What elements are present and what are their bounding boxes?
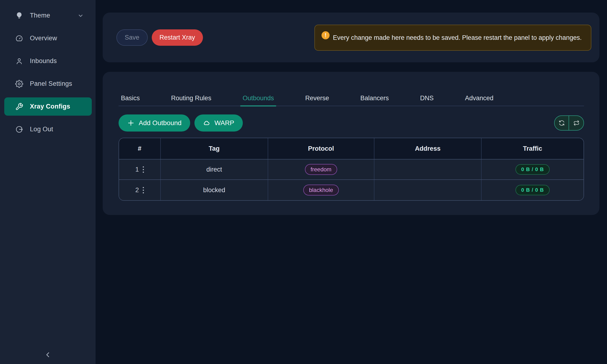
row-menu-icon[interactable] bbox=[143, 166, 144, 173]
repeat-icon bbox=[573, 120, 580, 126]
plus-icon bbox=[127, 119, 135, 127]
app-root: Theme Overview Inbounds bbox=[0, 0, 607, 364]
sidebar-item-inbounds[interactable]: Inbounds bbox=[4, 52, 92, 70]
table-tools bbox=[554, 116, 584, 130]
auto-reload-button[interactable] bbox=[569, 116, 583, 130]
warp-button[interactable]: WARP bbox=[194, 115, 243, 131]
warning-alert: ! Every change made here needs to be sav… bbox=[314, 25, 591, 51]
sidebar-item-theme[interactable]: Theme bbox=[4, 6, 92, 25]
sidebar-item-log-out[interactable]: Log Out bbox=[4, 120, 92, 138]
warp-label: WARP bbox=[215, 119, 234, 127]
chevron-left-icon bbox=[44, 351, 52, 359]
gauge-icon bbox=[15, 34, 24, 43]
refresh-icon bbox=[558, 120, 565, 126]
add-outbound-button[interactable]: Add Outbound bbox=[119, 115, 190, 131]
cloud-icon bbox=[203, 119, 211, 127]
logout-icon bbox=[15, 125, 24, 134]
refresh-button[interactable] bbox=[554, 116, 569, 130]
bulb-icon bbox=[15, 11, 24, 20]
column-header-number: # bbox=[119, 138, 161, 159]
table-row: 1 direct freedom 0 B / 0 B bbox=[119, 159, 583, 180]
sidebar-item-label: Inbounds bbox=[30, 57, 57, 65]
tab-advanced[interactable]: Advanced bbox=[462, 94, 496, 106]
protocol-cell: freedom bbox=[268, 159, 374, 179]
column-header-traffic: Traffic bbox=[482, 138, 583, 159]
table-header-row: # Tag Protocol Address Traffic bbox=[119, 138, 583, 159]
tab-balancers[interactable]: Balancers bbox=[358, 94, 391, 106]
protocol-badge: freedom bbox=[305, 164, 337, 175]
add-outbound-label: Add Outbound bbox=[139, 119, 182, 127]
column-header-tag: Tag bbox=[161, 138, 268, 159]
tab-reverse[interactable]: Reverse bbox=[303, 94, 331, 106]
tag-cell: blocked bbox=[161, 180, 268, 200]
actions-row: Add Outbound WARP bbox=[119, 115, 584, 131]
xray-configs-card: Basics Routing Rules Outbounds Reverse B… bbox=[103, 72, 599, 215]
sidebar-item-panel-settings[interactable]: Panel Settings bbox=[4, 75, 92, 93]
chevron-down-icon bbox=[78, 13, 84, 19]
outbounds-table: # Tag Protocol Address Traffic 1 direct bbox=[119, 138, 584, 201]
row-number-cell: 1 bbox=[119, 159, 161, 179]
sidebar-item-label: Theme bbox=[30, 12, 50, 19]
sidebar-item-label: Panel Settings bbox=[30, 80, 72, 88]
column-header-protocol: Protocol bbox=[268, 138, 374, 159]
traffic-cell: 0 B / 0 B bbox=[482, 159, 583, 179]
sidebar: Theme Overview Inbounds bbox=[0, 0, 95, 364]
address-cell bbox=[374, 180, 482, 200]
row-menu-icon[interactable] bbox=[143, 187, 144, 193]
wrench-icon bbox=[15, 102, 24, 111]
tab-routing-rules[interactable]: Routing Rules bbox=[169, 94, 214, 106]
row-number-cell: 2 bbox=[119, 180, 161, 200]
toolbar-card: Save Restart Xray ! Every change made he… bbox=[103, 13, 599, 62]
alert-message: Every change made here needs to be saved… bbox=[333, 33, 582, 43]
protocol-badge: blackhole bbox=[303, 185, 339, 195]
restart-xray-button[interactable]: Restart Xray bbox=[152, 29, 203, 46]
traffic-badge: 0 B / 0 B bbox=[515, 185, 550, 195]
traffic-cell: 0 B / 0 B bbox=[482, 180, 583, 200]
tab-outbounds[interactable]: Outbounds bbox=[240, 94, 276, 106]
tag-cell: direct bbox=[161, 159, 268, 179]
tab-bar: Basics Routing Rules Outbounds Reverse B… bbox=[119, 72, 584, 106]
table-row: 2 blocked blackhole 0 B / 0 B bbox=[119, 180, 583, 200]
tab-dns[interactable]: DNS bbox=[418, 94, 436, 106]
sidebar-item-label: Log Out bbox=[30, 126, 53, 133]
row-number: 1 bbox=[135, 166, 139, 173]
main-content: Save Restart Xray ! Every change made he… bbox=[95, 0, 607, 364]
sidebar-collapse-button[interactable] bbox=[44, 351, 52, 359]
protocol-cell: blackhole bbox=[268, 180, 374, 200]
warning-icon: ! bbox=[321, 31, 330, 39]
tab-basics[interactable]: Basics bbox=[119, 94, 142, 106]
column-header-address: Address bbox=[374, 138, 482, 159]
sidebar-item-label: Overview bbox=[30, 35, 57, 42]
sidebar-item-label: Xray Configs bbox=[30, 103, 70, 110]
traffic-badge: 0 B / 0 B bbox=[515, 164, 550, 175]
gear-icon bbox=[15, 79, 24, 88]
address-cell bbox=[374, 159, 482, 179]
row-number: 2 bbox=[135, 186, 139, 194]
sidebar-item-xray-configs[interactable]: Xray Configs bbox=[4, 97, 92, 116]
save-button[interactable]: Save bbox=[117, 29, 148, 46]
sidebar-nav: Theme Overview Inbounds bbox=[0, 0, 95, 138]
user-icon bbox=[15, 57, 24, 66]
sidebar-item-overview[interactable]: Overview bbox=[4, 29, 92, 47]
